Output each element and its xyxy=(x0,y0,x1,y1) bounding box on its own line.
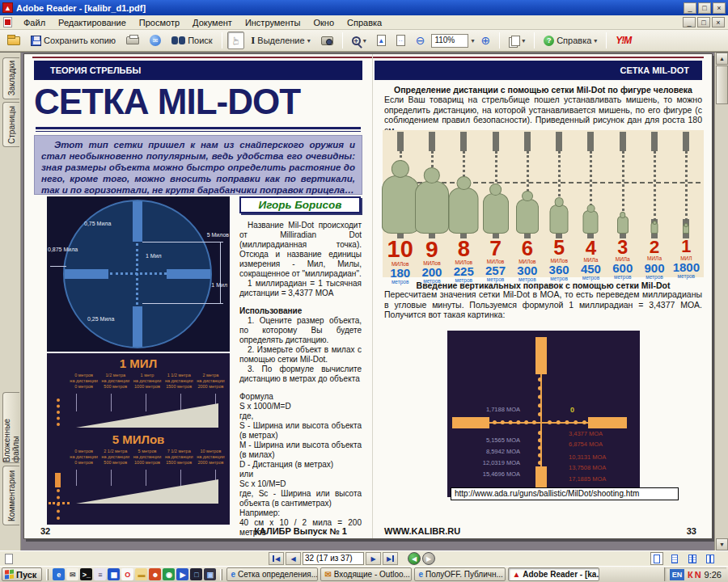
print-button[interactable] xyxy=(122,32,143,49)
sidebar-tab[interactable]: Комментарии xyxy=(2,466,19,525)
next-page-button[interactable]: ▶ xyxy=(366,552,381,565)
player-icon[interactable]: ▶ xyxy=(176,568,188,580)
facing-view-button[interactable] xyxy=(704,552,717,565)
search-label: Поиск xyxy=(188,36,212,45)
task-button[interactable]: ✉ Входящие - Outloo... xyxy=(320,567,412,581)
zoom-dropdown-icon[interactable]: ▾ xyxy=(471,37,474,44)
scrollbar-thumb[interactable] xyxy=(716,65,728,104)
moa-label-right: 6,8754 MOA xyxy=(569,441,603,448)
task-button[interactable]: e Сетка определения... xyxy=(226,567,318,581)
tray-icon-n[interactable]: N xyxy=(695,570,701,580)
meters-unit: метров xyxy=(638,274,670,280)
scroll-up-arrow[interactable]: ▲ xyxy=(716,53,728,65)
mils-value: 1 xyxy=(671,238,702,255)
previous-view-button[interactable]: ◀ xyxy=(408,552,421,565)
menu-item[interactable]: Инструменты xyxy=(239,17,307,28)
task-icon: e xyxy=(418,570,423,579)
folder-icon[interactable]: ▬ xyxy=(135,568,147,580)
tray-icon-k[interactable]: К xyxy=(688,570,693,580)
continuous-facing-view-button[interactable] xyxy=(686,552,699,565)
figure-column: 2 МИЛа 900 метров xyxy=(638,132,670,277)
sidebar-tab[interactable]: Страницы xyxy=(2,102,19,147)
grid-icon[interactable]: ▦ xyxy=(108,568,120,580)
taskbar-clock[interactable]: 9:26 xyxy=(705,570,722,580)
snapshot-button[interactable] xyxy=(317,32,337,49)
first-page-button[interactable]: ◀ xyxy=(269,552,284,565)
sidebar-tab[interactable]: Вложенные файлы xyxy=(2,392,19,463)
human-silhouette xyxy=(483,193,509,234)
display-icon[interactable]: ▣ xyxy=(204,568,216,580)
dimension-line xyxy=(142,242,223,242)
opera-icon[interactable]: O xyxy=(121,568,133,580)
email-icon: ✉ xyxy=(150,35,161,46)
page-number-field[interactable]: 32 (17 из 37) xyxy=(303,552,364,565)
last-page-button[interactable]: ▶ xyxy=(383,552,398,565)
zoom-in-button[interactable]: ⊕ xyxy=(476,32,494,49)
vertical-scrollbar[interactable]: ▲ ▼ xyxy=(714,53,728,550)
language-indicator[interactable]: EN xyxy=(670,569,684,580)
wedge-distance-label: 1/2 метра на дистанции 500 метров xyxy=(99,373,131,390)
save-icon xyxy=(31,36,41,46)
menu-item[interactable]: Документ xyxy=(186,17,239,28)
restore-button[interactable]: □ xyxy=(698,2,711,14)
mail-icon[interactable]: ✉ xyxy=(66,568,78,580)
single-page-view-button[interactable] xyxy=(650,552,663,565)
page-display-button[interactable]: ▾ xyxy=(505,32,529,49)
menu-item[interactable]: Файл xyxy=(17,17,52,28)
column-reticle xyxy=(575,132,607,238)
save-copy-button[interactable]: Сохранить копию xyxy=(27,32,120,49)
mils-value: 9 xyxy=(416,238,447,260)
zoom-level-input[interactable]: 110% xyxy=(431,34,468,48)
menu-item[interactable]: Справка xyxy=(341,17,388,28)
email-button[interactable]: ✉ xyxy=(146,32,165,49)
console-icon[interactable]: >_ xyxy=(80,568,92,580)
help-button[interactable]: ? Справка ▾ xyxy=(540,32,601,49)
journal-icon[interactable]: ≡ xyxy=(94,568,106,580)
mils-value: 5 xyxy=(543,238,574,258)
menu-item[interactable]: Окно xyxy=(307,17,341,28)
select-text-button[interactable]: I Выделение ▾ xyxy=(247,32,314,49)
scroll-down-arrow[interactable]: ▼ xyxy=(716,538,728,550)
zoom-tool-button[interactable]: + ▾ xyxy=(348,32,370,49)
reticle-dots-horizontal xyxy=(110,272,167,275)
window-titlebar[interactable]: ▲ Adobe Reader - [kalibr_d1.pdf] _ □ × xyxy=(0,0,728,15)
column-reticle xyxy=(416,132,447,238)
pdf-document-icon[interactable] xyxy=(3,17,12,27)
fit-page-button[interactable]: ▲ xyxy=(373,32,390,49)
moa-label-left: 5,1565 MOA xyxy=(486,436,520,444)
task-button[interactable]: e ПолуOFF. Публичн... xyxy=(414,567,506,581)
meters-value: 600 xyxy=(607,262,638,274)
continuous-view-button[interactable] xyxy=(668,552,681,565)
start-button[interactable]: Пуск xyxy=(2,567,42,581)
next-view-button[interactable]: ▶ xyxy=(422,552,435,565)
ie-icon[interactable]: e xyxy=(53,568,65,580)
doc-restore-button[interactable]: □ xyxy=(697,17,710,27)
navigation-tab-strip: ЗакладкиСтраницы Вложенные файлыКоммента… xyxy=(0,53,21,550)
doc-minimize-button[interactable]: _ xyxy=(683,17,696,27)
source-url-link[interactable]: http://www.ada.ru/guns/ballistic/MilDot/… xyxy=(451,487,679,500)
monitor-icon[interactable]: □ xyxy=(190,568,202,580)
yahoo-toolbar-button[interactable]: Y!M xyxy=(612,32,635,49)
document-status-icon[interactable] xyxy=(5,554,13,564)
menu-item[interactable]: Редактирование xyxy=(52,17,133,28)
people-icon[interactable]: ☻ xyxy=(149,568,161,580)
magnifier-icon: + xyxy=(352,36,361,45)
usage-heading: Использование xyxy=(239,306,362,316)
search-button[interactable]: Поиск xyxy=(167,32,216,49)
menu-item[interactable]: Просмотр xyxy=(133,17,186,28)
open-button[interactable] xyxy=(3,32,24,49)
fit-width-button[interactable]: ·· xyxy=(392,32,409,49)
save-copy-label: Сохранить копию xyxy=(44,36,116,45)
hand-tool-button[interactable]: ☞ xyxy=(227,32,245,49)
zoom-out-button[interactable]: ⊖ xyxy=(412,32,430,49)
wedge-distance-label: 10 метров на дистанции 2000 метров xyxy=(195,449,226,466)
sidebar-tab[interactable]: Закладки xyxy=(2,57,19,99)
ibeam-icon: I xyxy=(251,34,255,47)
minimize-button[interactable]: _ xyxy=(684,2,696,14)
previous-page-button[interactable]: ◀ xyxy=(286,552,301,565)
help-label: Справка xyxy=(557,36,591,45)
globe-icon[interactable]: ◉ xyxy=(163,568,175,580)
task-button[interactable]: ▲ Adobe Reader - [ka... xyxy=(508,567,599,581)
doc-close-button[interactable]: × xyxy=(712,17,725,27)
close-button[interactable]: × xyxy=(713,2,726,14)
